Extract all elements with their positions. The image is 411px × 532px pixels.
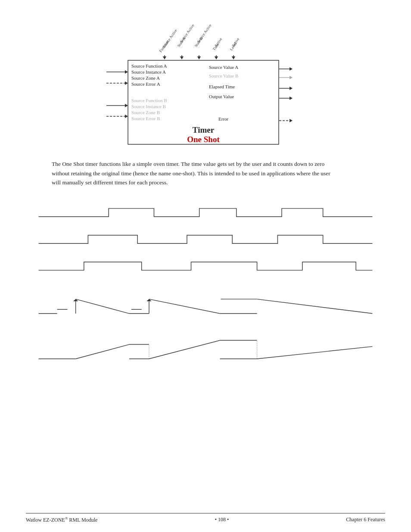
svg-text:One Shot: One Shot	[187, 135, 220, 144]
svg-marker-22	[125, 70, 128, 74]
svg-text:Source Value B: Source Value B	[209, 73, 238, 78]
svg-text:State A: State A	[176, 36, 187, 48]
footer-brand: Watlow EZ-ZONE® RML Module	[26, 517, 97, 523]
svg-marker-50	[290, 96, 293, 100]
svg-marker-46	[290, 76, 293, 79]
svg-text:Timer: Timer	[193, 125, 215, 134]
svg-text:Source Function B: Source Function B	[131, 98, 167, 103]
svg-text:Source Value A: Source Value A	[209, 65, 238, 70]
svg-line-63	[149, 299, 220, 313]
svg-text:Source Instance B: Source Instance B	[131, 104, 166, 109]
svg-line-72	[149, 340, 220, 359]
svg-text:Source Function A: Source Function A	[131, 63, 167, 68]
svg-text:Elapsed Time: Elapsed Time	[209, 84, 235, 89]
description-content: The One Shot timer functions like a simp…	[52, 161, 330, 186]
svg-text:State B: State B	[193, 36, 203, 48]
svg-marker-27	[125, 104, 128, 107]
svg-line-75	[257, 346, 373, 359]
svg-marker-3	[163, 56, 166, 59]
footer-page-number: • 108 •	[215, 516, 229, 523]
svg-text:Error: Error	[218, 116, 229, 121]
waveforms-area	[34, 200, 377, 386]
diagram-wrapper: Source Active Function Source Active Sta…	[81, 17, 330, 151]
description-text: The One Shot timer functions like a simp…	[52, 159, 332, 187]
footer-chapter: Chapter 6 Features	[346, 516, 385, 523]
svg-marker-19	[232, 56, 235, 59]
svg-marker-52	[290, 119, 293, 122]
diagram-svg: Source Active Function Source Active Sta…	[81, 17, 330, 151]
svg-marker-15	[215, 56, 218, 59]
waveform-svg	[34, 200, 377, 386]
footer-left: Watlow EZ-ZONE® RML Module	[26, 516, 97, 523]
svg-text:Source Zone B: Source Zone B	[131, 110, 160, 115]
svg-marker-11	[197, 56, 201, 59]
svg-text:Function: Function	[158, 39, 170, 53]
svg-marker-7	[180, 56, 184, 59]
svg-text:Source Error B: Source Error B	[131, 116, 160, 121]
svg-marker-25	[125, 81, 128, 85]
footer: Watlow EZ-ZONE® RML Module • 108 • Chapt…	[26, 513, 385, 523]
svg-text:Source Error A: Source Error A	[131, 81, 160, 87]
svg-line-65	[257, 299, 373, 313]
svg-text:Source Zone A: Source Zone A	[131, 75, 160, 81]
diagram-area: Source Active Function Source Active Sta…	[26, 17, 385, 151]
svg-text:Source Instance A: Source Instance A	[131, 69, 166, 75]
svg-line-69	[76, 344, 129, 358]
svg-marker-48	[290, 87, 293, 90]
page: Source Active Function Source Active Sta…	[0, 0, 411, 532]
svg-marker-29	[125, 115, 128, 118]
svg-marker-44	[290, 67, 293, 71]
svg-line-59	[76, 299, 129, 313]
svg-text:Output Value: Output Value	[209, 94, 234, 99]
footer-sup: ®	[65, 516, 68, 520]
